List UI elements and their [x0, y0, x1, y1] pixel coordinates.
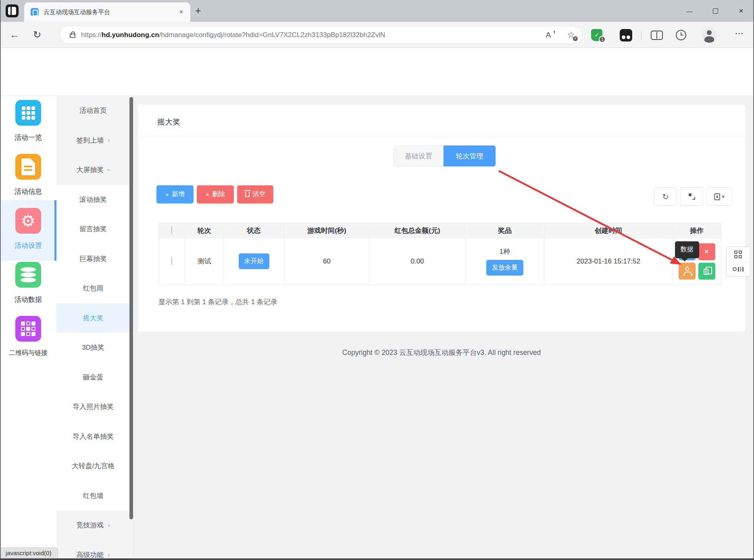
tab-actions-icon[interactable] — [6, 4, 19, 17]
sidebar-item-activity-info[interactable] — [15, 154, 41, 180]
add-button[interactable]: +新增 — [156, 185, 194, 203]
maximize-button[interactable] — [702, 0, 728, 22]
rounds-table: 轮次 状态 游戏时间(秒) 红包总金额(元) 奖品 创建时间 操作 测试 未开始… — [158, 223, 721, 285]
sidebar-label-activity-settings[interactable]: 活动设置 — [0, 241, 56, 250]
sidebar-item-activity-overview[interactable] — [15, 100, 41, 126]
fullscreen-icon — [689, 193, 695, 200]
sidebar-label-qrcode-links[interactable]: 二维码与链接 — [0, 349, 56, 357]
url-text: https://hd.yunhudong.cn/hdmanage/configy… — [81, 31, 385, 39]
table-tools: ↻ ▾ — [654, 187, 732, 206]
table-header-row: 轮次 状态 游戏时间(秒) 红包总金额(元) 奖品 创建时间 操作 — [159, 223, 721, 238]
x-icon: × — [206, 191, 209, 198]
read-aloud-icon[interactable]: A — [546, 31, 551, 39]
cell-actions: × 数据 — [673, 238, 721, 285]
submenu-item-advanced-features[interactable]: 高级功能› — [56, 540, 130, 560]
close-window-button[interactable]: × — [728, 0, 754, 22]
header-checkbox-cell — [159, 223, 185, 238]
page-title: 摇大奖 — [157, 117, 180, 127]
prize-balance-button[interactable]: 发放余量 — [486, 260, 523, 276]
submenu-item-wheel-grid[interactable]: 大转盘/九宫格 — [56, 451, 130, 481]
submenu-item-rolling-lottery[interactable]: 滚动抽奖 — [56, 185, 130, 215]
cell-amount: 0.00 — [370, 238, 465, 285]
address-bar[interactable]: https://hd.yunhudong.cn/hdmanage/configy… — [60, 26, 583, 44]
submenu-scrollbar[interactable] — [129, 97, 133, 519]
submenu-item-import-list-lottery[interactable]: 导入名单抽奖 — [56, 422, 130, 452]
new-tab-button[interactable]: + — [195, 5, 201, 17]
submenu-item-competitive-games[interactable]: 竞技游戏› — [56, 510, 130, 540]
submenu-item-giantscreen-lottery[interactable]: 巨幕抽奖 — [56, 244, 130, 274]
favorite-star-icon[interactable]: ☆+ — [567, 30, 575, 40]
export-icon — [714, 193, 720, 200]
status-badge: 未开始 — [239, 253, 269, 269]
document-icon — [21, 158, 35, 175]
submenu-item-shake-prize[interactable]: 摇大奖 — [56, 303, 130, 333]
window-controls: — × — [677, 0, 754, 22]
submenu-item-signin-wall[interactable]: 签到上墙› — [56, 126, 130, 156]
maximize-icon — [713, 8, 718, 14]
clear-button[interactable]: 清空 — [237, 185, 273, 203]
window-edge-bottom — [0, 558, 754, 560]
sidebar-item-activity-settings[interactable]: ⚙ — [15, 208, 41, 234]
export-button[interactable]: ▾ — [706, 187, 732, 206]
fullscreen-button[interactable] — [680, 187, 703, 206]
status-bar-link-preview: javascript:void(0) — [1, 548, 58, 559]
delete-button[interactable]: ×删除 — [197, 185, 234, 203]
data-tooltip: 数据 — [675, 241, 699, 258]
sidebar-label-activity-info[interactable]: 活动信息 — [0, 187, 56, 196]
tab-title: 云互动现场互动服务平台 — [44, 8, 178, 16]
action-buttons: × 数据 — [679, 243, 715, 280]
cell-round: 测试 — [185, 238, 224, 285]
card-divider — [138, 136, 745, 136]
refresh-icon: ↻ — [662, 192, 669, 201]
copy-action-button[interactable] — [698, 263, 715, 280]
submenu-item-import-photo-lottery[interactable]: 导入照片抽奖 — [56, 392, 130, 422]
sidebar-item-qrcode-links[interactable] — [15, 316, 41, 342]
submenu-item-activity-home[interactable]: 活动首页 — [56, 96, 130, 126]
submenu-item-message-lottery[interactable]: 留言抽奖 — [56, 214, 130, 244]
browser-profile-avatar[interactable] — [702, 27, 717, 43]
browser-tab[interactable]: 云互动现场互动服务平台 × — [24, 2, 190, 22]
browser-menu-icon[interactable]: ⋯ — [735, 28, 744, 39]
select-all-checkbox[interactable] — [171, 226, 172, 234]
back-button[interactable]: ← — [10, 29, 19, 40]
chevron-right-icon: › — [108, 137, 110, 144]
toolbar-divider — [641, 31, 642, 39]
data-action-button[interactable] — [679, 263, 696, 280]
refresh-table-button[interactable]: ↻ — [654, 187, 677, 206]
chevron-right-icon: › — [108, 522, 110, 529]
copy-icon — [704, 269, 708, 275]
grid-view-icon — [734, 251, 742, 258]
chevron-down-icon: › — [105, 169, 112, 171]
circle-icon — [733, 267, 737, 271]
sidebar-item-activity-data[interactable] — [15, 262, 41, 288]
browser-titlebar: 云互动现场互动服务平台 × + — × — [0, 0, 754, 22]
tab-close-icon[interactable]: × — [178, 8, 185, 17]
settings-tab-group: 基础设置 轮次管理 — [394, 145, 496, 166]
card-view-toggle[interactable] — [727, 247, 750, 261]
column-amount: 红包总金额(元) — [370, 223, 465, 238]
reload-button[interactable]: ↻ — [33, 29, 41, 40]
submenu-item-golden-egg[interactable]: 砸金蛋 — [56, 363, 130, 392]
minimize-button[interactable]: — — [677, 0, 702, 22]
split-screen-icon[interactable] — [651, 31, 663, 40]
site-favicon — [31, 8, 39, 16]
list-view-toggle[interactable] — [727, 262, 750, 276]
submenu-item-redpacket-wall[interactable]: 红包墙 — [56, 481, 130, 511]
column-actions: 操作 — [673, 223, 721, 238]
tab-basic-settings[interactable]: 基础设置 — [394, 145, 444, 166]
submenu-item-bigscreen-lottery[interactable]: 大屏抽奖› — [56, 155, 130, 185]
submenu-item-redpacket-rain[interactable]: 红包雨 — [56, 274, 130, 303]
sidebar-label-activity-overview[interactable]: 活动一览 — [0, 133, 56, 142]
adblock-extension-icon[interactable]: ✓1 — [591, 29, 602, 41]
dark-extension-icon[interactable] — [620, 29, 632, 41]
delete-action-button[interactable]: × — [698, 243, 715, 260]
sidebar-label-activity-data[interactable]: 活动数据 — [0, 295, 56, 304]
column-created: 创建时间 — [545, 223, 673, 238]
submenu-item-3d-lottery[interactable]: 3D抽奖 — [56, 333, 130, 363]
tab-round-management[interactable]: 轮次管理 — [444, 145, 496, 166]
history-icon[interactable] — [676, 30, 686, 40]
dropdown-caret-icon: ▾ — [722, 194, 724, 199]
row-checkbox[interactable] — [171, 257, 172, 265]
pagination-info: 显示第 1 到第 1 条记录，总共 1 条记录 — [158, 297, 277, 307]
column-game-time: 游戏时间(秒) — [284, 223, 370, 238]
